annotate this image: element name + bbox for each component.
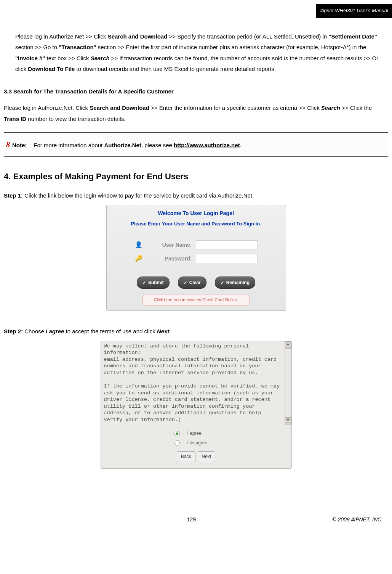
note-number-icon: 8	[4, 137, 12, 152]
key-icon: 🔑	[135, 253, 142, 264]
section-b-paragraph: b.Please log in Authorize.Net >> Click S…	[15, 31, 388, 75]
next-button[interactable]: Next	[198, 451, 216, 462]
scrollbar[interactable]: ▲ ▼	[285, 341, 291, 425]
section-3-3-paragraph: Please log in Authorize.Net. Click Searc…	[4, 103, 388, 124]
disagree-label: I disagree.	[187, 439, 218, 447]
agree-radio[interactable]	[174, 431, 180, 436]
note-callout: 8 Note: For more information about Autho…	[4, 132, 388, 157]
section-3-3-heading: 3.3 Search for The Transaction Details f…	[4, 86, 388, 97]
page-number: 129	[0, 515, 383, 525]
scroll-up-icon[interactable]: ▲	[285, 341, 291, 349]
note-text: For more information about Authorize.Net…	[34, 140, 241, 151]
disagree-radio[interactable]	[174, 440, 180, 445]
authorize-net-link[interactable]: http://www.authorize.net	[174, 142, 240, 148]
username-input[interactable]	[196, 240, 258, 249]
terms-textarea[interactable]: We may collect and store the following p…	[101, 341, 291, 425]
login-panel-screenshot: Welcome To User Login Page! Please Enter…	[106, 205, 286, 311]
section-4-heading: 4. Examples of Making Payment for End Us…	[4, 169, 388, 185]
login-subtitle: Please Enter Your User Name and Password…	[107, 219, 286, 233]
note-label: Note:	[12, 140, 27, 151]
step-2-line: Step 2: Choose I agree to accept the ter…	[4, 326, 388, 337]
submit-button[interactable]: ✓Submit	[137, 277, 170, 289]
check-icon: ✓	[184, 279, 187, 287]
remaining-button[interactable]: ✓Remaining	[215, 277, 255, 289]
list-marker-b: b.	[4, 31, 15, 42]
user-icon: 👤	[135, 239, 142, 251]
username-label: User Name:	[142, 240, 192, 250]
password-input[interactable]	[196, 254, 258, 263]
terms-panel-screenshot: We may collect and store the following p…	[101, 341, 292, 469]
check-icon: ✓	[142, 279, 146, 287]
password-label: Password:	[142, 254, 192, 264]
agree-label: I agree	[187, 429, 218, 438]
scroll-down-icon[interactable]: ▼	[285, 417, 291, 424]
purchase-credit-card-link[interactable]: Click here to purchase by Credit Card On…	[142, 294, 250, 306]
login-title: Welcome To User Login Page!	[107, 205, 286, 219]
check-icon: ✓	[221, 279, 224, 287]
header-title: 4ipnet WHG301 User's Manual	[316, 4, 392, 18]
clear-button[interactable]: ✓Clear	[178, 277, 206, 289]
step-1-line: Step 1: Click the link below the login w…	[4, 190, 388, 201]
copyright-text: © 2008 4IPNET, INC.	[332, 515, 383, 525]
back-button[interactable]: Back	[177, 451, 195, 462]
